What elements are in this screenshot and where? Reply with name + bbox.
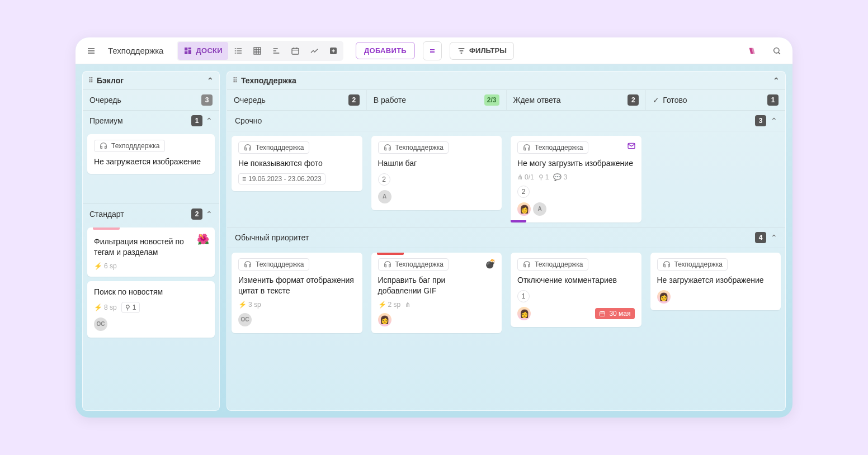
- queue-count-badge: 3: [201, 94, 213, 106]
- card-tag: Техподддержка: [94, 140, 165, 152]
- avatar: [378, 313, 391, 326]
- svg-rect-5: [185, 51, 187, 54]
- attach-icon: ⚲ 1: [539, 173, 549, 181]
- column-queue[interactable]: Очередь 2: [227, 90, 367, 110]
- toolbar: Техподдержка ДОСКИ ДОБАВИТЬ ФИЛЬТРЫ: [76, 37, 792, 64]
- collapse-icon[interactable]: ⌃: [207, 76, 214, 85]
- backlog-header[interactable]: ⠿ Бэклог ⌃: [83, 72, 219, 89]
- view-table-button[interactable]: [248, 42, 266, 60]
- bookmark-icon[interactable]: [743, 42, 761, 60]
- equals-button[interactable]: [423, 41, 442, 60]
- priority-stripe: [93, 228, 120, 230]
- view-boards-button[interactable]: ДОСКИ: [178, 42, 228, 60]
- filter-button[interactable]: ФИЛЬТРЫ: [450, 42, 514, 60]
- swimlane-label: Срочно: [235, 116, 262, 125]
- sp-icon: ⚡ 6 sp: [94, 262, 117, 270]
- board-header[interactable]: ⠿ Техподдержка ⌃: [227, 72, 785, 89]
- grip-icon[interactable]: ⠿: [88, 77, 93, 84]
- backlog-card[interactable]: Техподддержка Не загружается изображение: [87, 134, 215, 174]
- view-chart-button[interactable]: [305, 42, 323, 60]
- svg-rect-3: [185, 48, 187, 50]
- card-title: Нашли баг: [378, 158, 496, 169]
- board-panel: ⠿ Техподдержка ⌃ Очередь 2 В работе 2/3 …: [227, 71, 786, 411]
- check-icon: ✓: [653, 96, 659, 105]
- swimlane-urgent-header[interactable]: Срочно 3 ⌃: [227, 110, 785, 131]
- menu-icon[interactable]: [82, 42, 100, 60]
- column-in-progress[interactable]: В работе 2/3: [367, 90, 507, 110]
- count-badge: 2/3: [484, 94, 499, 106]
- backlog-card[interactable]: 🌺 Фильтрация новостей по тегам и раздела…: [87, 228, 215, 277]
- headset-icon: [243, 143, 252, 152]
- card[interactable]: Техподддержка Не могу загрузить изображе…: [511, 136, 641, 222]
- view-switcher: ДОСКИ: [177, 41, 343, 61]
- due-date-pill: 30 мая: [595, 308, 634, 319]
- view-add-button[interactable]: [324, 42, 342, 60]
- avatar: A: [533, 202, 546, 216]
- column-done[interactable]: ✓ Готово 1: [646, 90, 785, 110]
- svg-point-11: [235, 53, 236, 54]
- svg-point-7: [235, 48, 236, 49]
- card-tag: Техподддержка: [378, 141, 449, 154]
- add-button[interactable]: ДОБАВИТЬ: [356, 42, 415, 59]
- filter-label: ФИЛЬТРЫ: [469, 46, 507, 55]
- sp-circle: 1: [517, 290, 530, 302]
- sp-circle: 2: [378, 173, 390, 186]
- card[interactable]: Техподддержка 💣 Исправить баг при добавл…: [371, 253, 502, 333]
- chevron-up-icon[interactable]: ⌃: [206, 210, 213, 219]
- headset-icon: [522, 260, 531, 269]
- section-premium-label: Премиум: [89, 116, 123, 125]
- sp-circle: 2: [517, 186, 530, 198]
- column-waiting[interactable]: Ждем ответа 2: [507, 90, 647, 110]
- card-title: Фильтрация новостей по тегам и разделам: [94, 236, 208, 258]
- swimlane-urgent-body: Техподддержка Не показываются фото ≡ 19.…: [227, 131, 785, 227]
- card-title: Не могу загрузить изображение: [517, 158, 635, 169]
- svg-rect-8: [237, 48, 242, 49]
- card[interactable]: Техподддержка Не загружается изображение: [650, 253, 781, 310]
- date-range-chip: ≡ 19.06.2023 - 23.06.2023: [238, 173, 326, 184]
- mail-icon: [627, 141, 636, 152]
- view-list-button[interactable]: [229, 42, 247, 60]
- section-premium-header[interactable]: Премиум 1 ⌃: [83, 110, 219, 131]
- card[interactable]: Техподддержка Изменить формат отображени…: [232, 253, 362, 333]
- swimlane-normal-header[interactable]: Обычный приоритет 4 ⌃: [227, 227, 785, 248]
- view-calendar-button[interactable]: [286, 42, 304, 60]
- app-window: Техподдержка ДОСКИ ДОБАВИТЬ ФИЛЬТРЫ: [76, 37, 792, 418]
- count-badge: 2: [628, 94, 639, 106]
- backlog-panel: ⠿ Бэклог ⌃ Очередь 3 Премиум 1 ⌃ Техподд…: [82, 71, 220, 411]
- priority-stripe: [377, 253, 404, 255]
- headset-icon: [662, 260, 671, 269]
- svg-rect-6: [188, 50, 191, 54]
- chevron-up-icon[interactable]: ⌃: [771, 116, 777, 125]
- card[interactable]: Техподддержка Нашли баг 2 A: [371, 136, 502, 210]
- swimlane-label: Обычный приоритет: [235, 233, 309, 242]
- section-premium-count: 1: [191, 115, 202, 126]
- card-tag: Техподддержка: [238, 141, 309, 154]
- view-timeline-button[interactable]: [267, 42, 285, 60]
- svg-line-34: [779, 52, 780, 54]
- card-tag: Техподддержка: [517, 258, 588, 271]
- svg-rect-36: [600, 311, 605, 316]
- collapse-icon[interactable]: ⌃: [773, 76, 780, 85]
- progress-stripe: [511, 220, 526, 222]
- card[interactable]: Техподддержка Отключение комментариев 1 …: [511, 253, 641, 327]
- avatar: ОС: [94, 317, 107, 331]
- card-title: Изменить формат отображения цитат в текс…: [238, 275, 356, 296]
- view-boards-label: ДОСКИ: [196, 46, 223, 55]
- grip-icon[interactable]: ⠿: [233, 77, 238, 84]
- backlog-card[interactable]: Поиск по новостям ⚡ 8 sp ⚲ 1 ОС: [87, 281, 215, 338]
- avatar: [517, 202, 531, 216]
- card-tag: Техподддержка: [517, 141, 588, 154]
- chevron-up-icon[interactable]: ⌃: [206, 116, 213, 125]
- page-title: Техподдержка: [108, 46, 163, 55]
- sp-icon: ⚡ 3 sp: [238, 301, 261, 309]
- count-badge: 1: [767, 94, 779, 106]
- card-tag: Техподддержка: [657, 258, 728, 271]
- card-title: Исправить баг при добавлении GIF: [378, 275, 496, 296]
- search-icon[interactable]: [768, 42, 786, 60]
- section-standard-header[interactable]: Стандарт 2 ⌃: [83, 203, 219, 224]
- chevron-up-icon[interactable]: ⌃: [771, 233, 777, 242]
- card[interactable]: Техподддержка Не показываются фото ≡ 19.…: [232, 136, 362, 191]
- card-title: Не загружается изображение: [657, 275, 775, 286]
- headset-icon: [243, 260, 252, 269]
- swimlane-count: 3: [755, 115, 766, 126]
